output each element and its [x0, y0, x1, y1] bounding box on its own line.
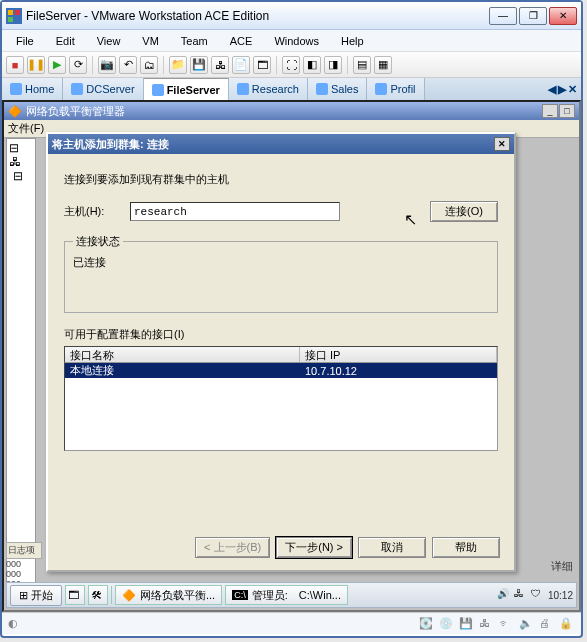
dialog-close-button[interactable]: ✕ [494, 137, 510, 151]
floppy-icon[interactable]: 💾 [459, 617, 475, 631]
fullscreen-icon[interactable]: ⛶ [282, 56, 300, 74]
pause-icon[interactable]: ❚❚ [27, 56, 45, 74]
dialog-body: 连接到要添加到现有群集中的主机 主机(H): 连接(O) 连接状态 已连接 可用… [48, 154, 514, 461]
row-iface-ip: 10.7.10.12 [300, 365, 497, 377]
tab-research[interactable]: Research [229, 78, 308, 100]
cluster-icon[interactable]: ⊟ 🖧 [9, 141, 33, 169]
close-button[interactable]: ✕ [549, 7, 577, 25]
tool-icon[interactable]: 🖧 [211, 56, 229, 74]
tab-profil[interactable]: Profil [367, 78, 424, 100]
next-button[interactable]: 下一步(N) > [276, 537, 352, 558]
dialog-titlebar: 将主机添加到群集: 连接 ✕ [48, 134, 514, 154]
nic-icon[interactable]: 🖧 [479, 617, 495, 631]
vmware-logo-icon [6, 8, 22, 24]
sound-icon[interactable]: 🔈 [519, 617, 535, 631]
taskbar-separator [111, 586, 112, 604]
tab-dcserver[interactable]: DCServer [63, 78, 143, 100]
thumbnail-icon[interactable]: ▦ [374, 56, 392, 74]
start-button[interactable]: ⊞ 开始 [10, 585, 62, 606]
tab-left-icon[interactable]: ◀ [548, 83, 556, 96]
interface-row[interactable]: 本地连接 10.7.10.12 [65, 363, 497, 378]
connect-button[interactable]: 连接(O) [430, 201, 498, 222]
menu-file[interactable]: File [6, 33, 44, 49]
menu-view[interactable]: View [87, 33, 131, 49]
help-button[interactable]: 帮助 [432, 537, 500, 558]
tab-right-icon[interactable]: ▶ [558, 83, 566, 96]
maximize-button[interactable]: ❐ [519, 7, 547, 25]
cancel-button[interactable]: 取消 [358, 537, 426, 558]
vmware-title: FileServer - VMware Workstation ACE Edit… [26, 9, 489, 23]
minimize-button[interactable]: — [489, 7, 517, 25]
windows-logo-icon: ⊞ [19, 589, 28, 602]
power-off-icon[interactable]: ■ [6, 56, 24, 74]
tool-icon[interactable]: 📁 [169, 56, 187, 74]
server-manager-icon[interactable]: 🛠 [88, 585, 108, 605]
cmd-icon: C:\ [232, 590, 248, 600]
sidebar-icon[interactable]: ▤ [353, 56, 371, 74]
menu-windows[interactable]: Windows [264, 33, 329, 49]
taskbar-app-cmd[interactable]: C:\ 管理员: C:\Win... [225, 585, 348, 605]
toolbar-separator [347, 56, 348, 74]
menu-vm[interactable]: VM [132, 33, 169, 49]
host-input[interactable] [130, 202, 340, 221]
back-button[interactable]: < 上一步(B) [195, 537, 270, 558]
usb-icon[interactable]: ᯤ [499, 617, 515, 631]
printer-icon[interactable]: 🖨 [539, 617, 555, 631]
nlb-app-icon: 🔶 [8, 105, 22, 118]
log-header: 日志项 [6, 542, 42, 559]
nlb-titlebar: 🔶 网络负载平衡管理器 _ □ [4, 102, 579, 120]
vmware-statusbar: ◐ 💽 💿 💾 🖧 ᯤ 🔈 🖨 🔒 [2, 612, 581, 634]
tab-fileserver[interactable]: FileServer [144, 78, 229, 100]
menu-team[interactable]: Team [171, 33, 218, 49]
view-icon[interactable]: ◨ [324, 56, 342, 74]
nlb-title-text: 网络负载平衡管理器 [26, 104, 125, 119]
tool-icon[interactable]: 📄 [232, 56, 250, 74]
snapshot-manager-icon[interactable]: 🗂 [140, 56, 158, 74]
toolbar-separator [276, 56, 277, 74]
tab-close-icon[interactable]: ✕ [568, 83, 577, 96]
vmware-toolbar: ■ ❚❚ ▶ ⟳ 📷 ↶ 🗂 📁 💾 🖧 📄 🗔 ⛶ ◧ ◨ ▤ ▦ [2, 52, 581, 78]
tab-sales[interactable]: Sales [308, 78, 368, 100]
tray-flag-icon[interactable]: 🔊 [497, 588, 511, 602]
interface-list[interactable]: 本地连接 10.7.10.12 [64, 363, 498, 451]
status-legend: 连接状态 [73, 234, 123, 249]
start-label: 开始 [31, 588, 53, 603]
tool-icon[interactable]: 🗔 [253, 56, 271, 74]
menu-ace[interactable]: ACE [220, 33, 263, 49]
nlb-maximize-button[interactable]: □ [559, 104, 575, 118]
snapshot-icon[interactable]: 📷 [98, 56, 116, 74]
revert-icon[interactable]: ↶ [119, 56, 137, 74]
lock-icon[interactable]: 🔒 [559, 617, 575, 631]
taskbar-app-nlb[interactable]: 🔶 网络负载平衡... [115, 585, 222, 605]
nlb-minimize-button[interactable]: _ [542, 104, 558, 118]
screen-icon [71, 83, 83, 95]
cd-icon[interactable]: 💿 [439, 617, 455, 631]
window-controls: — ❐ ✕ [489, 7, 577, 25]
tray-shield-icon[interactable]: 🛡 [531, 588, 545, 602]
tray-clock[interactable]: 10:12 [548, 590, 573, 601]
tray-network-icon[interactable]: 🖧 [514, 588, 528, 602]
svg-rect-3 [8, 17, 13, 22]
nlb-body: ⊟ 🖧 ⊟ 将主机添加到群集: 连接 ✕ 连接到要添加到现有群集中的主机 主机(… [4, 138, 579, 594]
nlb-taskbar-icon: 🔶 [122, 589, 136, 602]
hdd-icon[interactable]: 💽 [419, 617, 435, 631]
row-iface-name: 本地连接 [65, 363, 300, 378]
svg-rect-2 [15, 10, 20, 15]
tool-icon[interactable]: 💾 [190, 56, 208, 74]
col-interface-ip[interactable]: 接口 IP [300, 347, 497, 362]
host-icon[interactable]: ⊟ [13, 169, 33, 183]
home-icon [10, 83, 22, 95]
status-group: 连接状态 已连接 [64, 234, 498, 313]
menu-edit[interactable]: Edit [46, 33, 85, 49]
right-panel: 详细 [547, 138, 577, 594]
menu-help[interactable]: Help [331, 33, 374, 49]
show-desktop-icon[interactable]: 🗔 [65, 585, 85, 605]
play-icon[interactable]: ▶ [48, 56, 66, 74]
log-row: 000 [6, 559, 42, 569]
reset-icon[interactable]: ⟳ [69, 56, 87, 74]
tab-home[interactable]: Home [2, 78, 63, 100]
col-interface-name[interactable]: 接口名称 [65, 347, 300, 362]
nlb-tree[interactable]: ⊟ 🖧 ⊟ [6, 138, 36, 594]
nlb-menu-file[interactable]: 文件(F) [8, 121, 44, 136]
unity-icon[interactable]: ◧ [303, 56, 321, 74]
